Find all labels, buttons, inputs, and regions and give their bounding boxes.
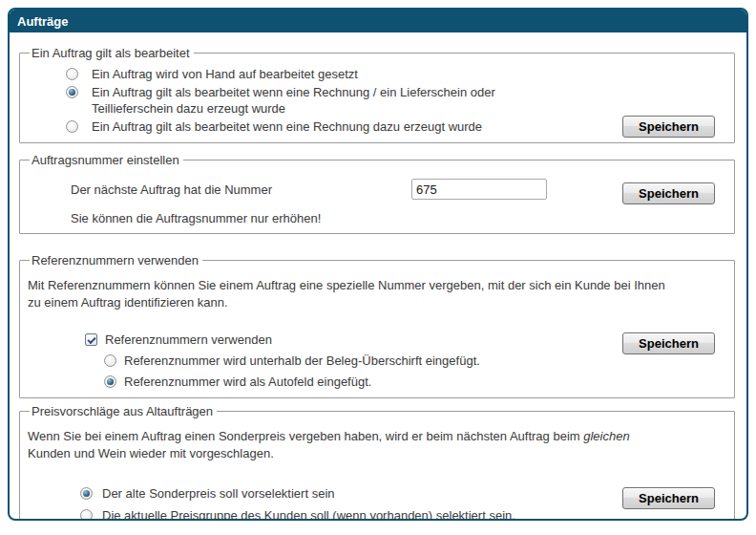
section-order-processed-legend: Ein Auftrag gilt als bearbeitet	[30, 46, 194, 60]
order-number-note: Sie können die Auftragsnummer nur erhöhe…	[71, 211, 726, 225]
panel-content: Ein Auftrag gilt als bearbeitet Ein Auft…	[10, 32, 746, 521]
radio-button[interactable]	[66, 86, 78, 98]
checkbox-label: Referenznummern verwenden	[105, 332, 272, 348]
panel-title: Aufträge	[10, 10, 746, 32]
save-button[interactable]: Speichern	[622, 332, 715, 354]
section-price-suggestions: Preisvorschläge aus Altaufträgen Wenn Si…	[19, 404, 735, 521]
next-order-number-input[interactable]	[411, 179, 547, 200]
radio-button[interactable]	[80, 509, 93, 521]
radio-option-manual-processed[interactable]: Ein Auftrag wird von Hand auf bearbeitet…	[66, 66, 726, 82]
radio-option-invoice-or-deliverynote[interactable]: Ein Auftrag gilt als bearbeitet wenn ein…	[66, 84, 726, 117]
radio-button[interactable]	[66, 120, 78, 133]
radio-option-autofield[interactable]: Referenznummer wird als Autofeld eingefü…	[104, 374, 726, 390]
checkbox[interactable]	[85, 333, 97, 346]
auftraege-panel: Aufträge Ein Auftrag gilt als bearbeitet…	[8, 8, 748, 521]
radio-label: Ein Auftrag gilt als bearbeitet wenn ein…	[92, 118, 482, 135]
save-button[interactable]: Speichern	[622, 487, 715, 509]
radio-label: Die aktuelle Preisgruppe des Kunden soll…	[102, 507, 515, 521]
reference-numbers-description: Mit Referenznummern können Sie einem Auf…	[28, 277, 726, 311]
section-reference-numbers: Referenznummern verwenden Mit Referenznu…	[19, 253, 735, 398]
save-button[interactable]: Speichern	[622, 182, 715, 204]
radio-label: Der alte Sonderpreis soll vorselektiert …	[102, 485, 335, 502]
section-order-processed: Ein Auftrag gilt als bearbeitet Ein Auft…	[19, 46, 735, 143]
radio-label: Ein Auftrag wird von Hand auf bearbeitet…	[92, 66, 358, 82]
next-order-number-label: Der nächste Auftrag hat die Nummer	[71, 182, 411, 197]
radio-button[interactable]	[104, 375, 116, 388]
section-reference-numbers-legend: Referenznummern verwenden	[30, 253, 202, 268]
section-order-number-legend: Auftragsnummer einstellen	[30, 153, 183, 167]
section-price-suggestions-legend: Preisvorschläge aus Altaufträgen	[30, 404, 217, 418]
radio-label: Ein Auftrag gilt als bearbeitet wenn ein…	[92, 84, 495, 117]
radio-label: Referenznummer wird unterhalb der Beleg-…	[124, 353, 480, 369]
radio-button[interactable]	[66, 68, 78, 80]
radio-option-current-price-group[interactable]: Die aktuelle Preisgruppe des Kunden soll…	[80, 507, 726, 521]
price-suggestions-description: Wenn Sie bei einem Auftrag einen Sonderp…	[28, 428, 726, 462]
section-order-number: Auftragsnummer einstellen Der nächste Au…	[19, 153, 735, 234]
radio-button[interactable]	[104, 354, 116, 367]
save-button[interactable]: Speichern	[622, 116, 715, 138]
radio-option-below-heading[interactable]: Referenznummer wird unterhalb der Beleg-…	[104, 353, 726, 369]
radio-button[interactable]	[80, 487, 93, 500]
radio-label: Referenznummer wird als Autofeld eingefü…	[124, 374, 371, 390]
